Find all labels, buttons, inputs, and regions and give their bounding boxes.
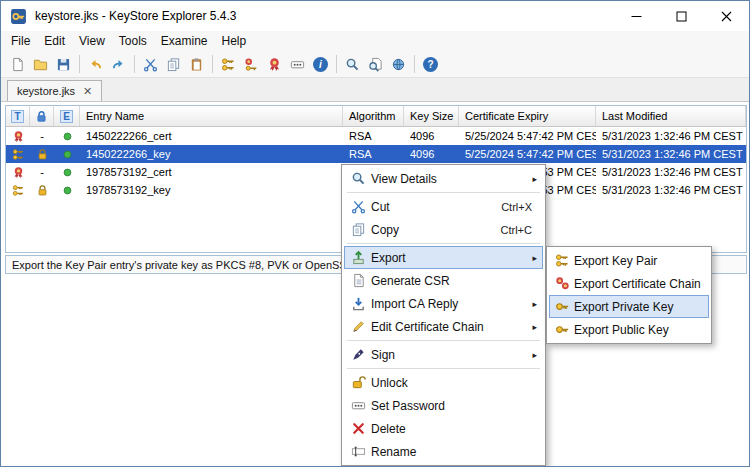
menu-item-cut[interactable]: Cut Ctrl+X — [344, 195, 543, 218]
maximize-button[interactable] — [659, 1, 704, 31]
minimize-button[interactable] — [614, 1, 659, 31]
toolbar-new-button[interactable] — [6, 53, 29, 76]
table-row-1450222266-key[interactable]: 1450222266_key RSA 4096 5/25/2024 5:47:4… — [6, 145, 746, 163]
menu-item-view-details[interactable]: View Details ▸ — [344, 167, 543, 190]
toolbar-redo-button[interactable] — [107, 53, 130, 76]
pencil-icon — [345, 319, 371, 334]
certificate-icon — [12, 166, 25, 179]
shortcut-label: Ctrl+X — [501, 201, 532, 213]
entry-name-cell: 1450222266_cert — [80, 127, 343, 145]
certificate-icon — [12, 130, 25, 143]
menu-item-export-key-pair[interactable]: Export Key Pair — [549, 249, 709, 272]
submenu-arrow-icon: ▸ — [532, 174, 537, 184]
modified-cell: 5/31/2023 1:32:46 PM CEST — [596, 127, 746, 145]
menu-item-set-password[interactable]: Set Password — [344, 394, 543, 417]
entry-name-cell: 1450222266_key — [80, 145, 343, 163]
menu-item-delete[interactable]: Delete — [344, 417, 543, 440]
menu-item-unlock[interactable]: Unlock — [344, 371, 543, 394]
table-row-1450222266-cert[interactable]: - 1450222266_cert RSA 4096 5/25/2024 5:4… — [6, 127, 746, 145]
toolbar-paste-button[interactable] — [185, 53, 208, 76]
key-pair-icon — [12, 148, 25, 161]
toolbar-set-password-button[interactable] — [286, 53, 309, 76]
delete-icon — [345, 421, 371, 436]
menu-view[interactable]: View — [72, 32, 112, 50]
green-status-icon — [61, 148, 74, 161]
toolbar-open-button[interactable] — [29, 53, 52, 76]
locked-icon — [36, 148, 49, 161]
menu-separator — [347, 340, 540, 341]
menu-file[interactable]: File — [4, 32, 37, 50]
menu-item-export-certificate-chain[interactable]: Export Certificate Chain — [549, 272, 709, 295]
toolbar-cut-button[interactable] — [139, 53, 162, 76]
toolbar-generate-key-pair-button[interactable] — [217, 53, 240, 76]
key-pair-icon — [221, 57, 236, 72]
menu-bar: File Edit View Tools Examine Help — [1, 31, 749, 51]
column-header-certificate-expiry[interactable]: Certificate Expiry — [459, 106, 596, 126]
tab-keystore-jks[interactable]: keystore.jks ✕ — [7, 80, 102, 101]
app-icon — [10, 8, 27, 25]
expiry-cell: 5/25/2024 5:47:42 PM CEST — [459, 145, 596, 163]
certificate-chain-icon — [550, 276, 574, 291]
toolbar-copy-button[interactable] — [162, 53, 185, 76]
toolbar-examine-file-button[interactable] — [341, 53, 364, 76]
key-size-cell: 4096 — [404, 127, 459, 145]
menu-tools[interactable]: Tools — [112, 32, 154, 50]
menu-item-sign[interactable]: Sign ▸ — [344, 343, 543, 366]
export-icon — [345, 250, 371, 265]
menu-item-edit-certificate-chain[interactable]: Edit Certificate Chain ▸ — [344, 315, 543, 338]
shortcut-label: Ctrl+C — [501, 224, 532, 236]
help-icon: ? — [423, 57, 438, 72]
key-pair-icon — [550, 253, 574, 268]
toolbar-properties-button[interactable]: i — [309, 53, 332, 76]
info-icon: i — [313, 57, 328, 72]
toolbar-import-trusted-certificate-button[interactable] — [263, 53, 286, 76]
tab-label: keystore.jks — [17, 85, 75, 97]
tab-close-icon[interactable]: ✕ — [83, 86, 92, 97]
toolbar-help-button[interactable]: ? — [419, 53, 442, 76]
copy-icon — [345, 222, 371, 237]
modified-cell: 5/31/2023 1:32:46 PM CEST — [596, 145, 746, 163]
password-icon — [345, 398, 371, 413]
menu-edit[interactable]: Edit — [37, 32, 72, 50]
toolbar-import-key-pair-button[interactable] — [240, 53, 263, 76]
toolbar-undo-button[interactable] — [84, 53, 107, 76]
scissors-icon — [345, 199, 371, 214]
close-button[interactable] — [704, 1, 749, 31]
green-status-icon — [61, 130, 74, 143]
column-header-algorithm[interactable]: Algorithm — [343, 106, 404, 126]
toolbar-examine-clipboard-button[interactable] — [364, 53, 387, 76]
export-submenu: Export Key Pair Export Certificate Chain… — [546, 246, 712, 344]
magnifier-document-icon — [368, 57, 383, 72]
locked-icon — [36, 184, 49, 197]
menu-item-generate-csr[interactable]: Generate CSR — [344, 269, 543, 292]
submenu-arrow-icon: ▸ — [532, 299, 537, 309]
menu-help[interactable]: Help — [215, 32, 254, 50]
toolbar-examine-ssl-button[interactable] — [387, 53, 410, 76]
column-header-last-modified[interactable]: Last Modified — [596, 106, 746, 126]
menu-item-export-public-key[interactable]: Export Public Key — [549, 318, 709, 341]
globe-icon — [391, 57, 406, 72]
menu-examine[interactable]: Examine — [154, 32, 215, 50]
toolbar-save-button[interactable] — [52, 53, 75, 76]
type-column-header[interactable]: T — [6, 106, 30, 126]
menu-item-export-private-key[interactable]: Export Private Key — [549, 295, 709, 318]
pen-icon — [345, 347, 371, 362]
menu-item-import-ca-reply[interactable]: Import CA Reply ▸ — [344, 292, 543, 315]
entry-name-cell: 1978573192_cert — [80, 163, 343, 181]
lock-icon — [35, 110, 48, 123]
expiry-status-column-header[interactable]: E — [54, 106, 80, 126]
column-header-entry-name[interactable]: Entry Name — [80, 106, 343, 126]
menu-separator — [347, 192, 540, 193]
green-status-icon — [61, 184, 74, 197]
lock-status-column-header[interactable] — [30, 106, 54, 126]
redo-icon — [111, 57, 126, 72]
keystore-explorer-window: keystore.jks - KeyStore Explorer 5.4.3 F… — [0, 0, 750, 467]
menu-item-copy[interactable]: Copy Ctrl+C — [344, 218, 543, 241]
lock-cell: - — [30, 163, 54, 181]
algorithm-cell: RSA — [343, 127, 404, 145]
new-document-icon — [10, 57, 25, 72]
menu-item-export[interactable]: Export ▸ — [344, 246, 543, 269]
menu-item-rename[interactable]: Rename — [344, 440, 543, 463]
copy-icon — [166, 57, 181, 72]
column-header-key-size[interactable]: Key Size — [404, 106, 459, 126]
